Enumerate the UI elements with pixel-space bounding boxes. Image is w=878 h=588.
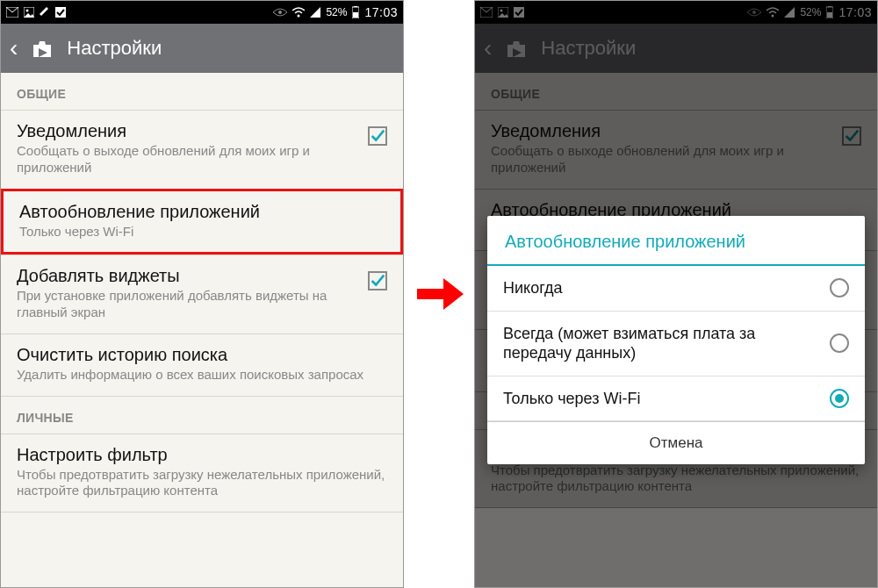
settings-content: ОБЩИЕ Уведомления Сообщать о выходе обно… xyxy=(1,73,403,513)
row-subtitle: При установке приложений добавлять видже… xyxy=(17,288,359,321)
modal-overlay[interactable]: Автообновление приложений Никогда Всегда… xyxy=(475,1,877,587)
option-wifi[interactable]: Только через Wi-Fi xyxy=(487,376,865,422)
arrow-right xyxy=(413,0,465,588)
pencil-icon xyxy=(40,7,50,18)
autoupdate-dialog: Автообновление приложений Никогда Всегда… xyxy=(487,216,865,464)
row-subtitle: Только через Wi-Fi xyxy=(19,224,385,240)
row-autoupdate[interactable]: Автообновление приложений Только через W… xyxy=(1,189,403,255)
section-general: ОБЩИЕ xyxy=(1,73,403,110)
phone-left: 52% 17:03 ‹ Настройки ОБЩИЕ Уведомления … xyxy=(0,0,404,588)
option-label: Всегда (может взиматься плата за передач… xyxy=(503,324,819,363)
radio-never[interactable] xyxy=(830,278,849,298)
checkbox-icon xyxy=(55,7,66,18)
row-subtitle: Чтобы предотвратить загрузку нежелательн… xyxy=(17,467,387,500)
statusbar-left xyxy=(6,7,66,18)
eye-icon xyxy=(273,8,287,17)
row-title: Настроить фильтр xyxy=(17,445,387,465)
section-personal: ЛИЧНЫЕ xyxy=(1,396,403,434)
row-widgets[interactable]: Добавлять виджеты При установке приложен… xyxy=(1,255,403,333)
row-subtitle: Удалить информацию о всех ваших поисковы… xyxy=(17,367,387,384)
checkbox-notifications[interactable] xyxy=(368,126,387,146)
svg-rect-8 xyxy=(353,12,358,18)
mail-icon xyxy=(6,7,18,18)
svg-point-4 xyxy=(278,11,282,14)
radio-always[interactable] xyxy=(830,333,849,353)
row-filter[interactable]: Настроить фильтр Чтобы предотвратить заг… xyxy=(1,434,403,513)
row-subtitle: Сообщать о выходе обновлений для моих иг… xyxy=(17,143,359,176)
option-label: Никогда xyxy=(503,278,819,298)
option-never[interactable]: Никогда xyxy=(487,266,865,312)
svg-rect-3 xyxy=(55,7,66,18)
page-title: Настройки xyxy=(67,37,162,60)
clock: 17:03 xyxy=(364,5,398,19)
row-title: Очистить историю поиска xyxy=(17,345,387,365)
signal-icon xyxy=(310,7,320,18)
option-always[interactable]: Всегда (может взиматься плата за передач… xyxy=(487,312,865,376)
option-label: Только через Wi-Fi xyxy=(503,389,819,409)
play-store-icon xyxy=(30,36,54,61)
radio-wifi[interactable] xyxy=(830,389,849,408)
row-title: Автообновление приложений xyxy=(19,202,385,222)
picture-icon xyxy=(24,7,34,18)
wifi-icon xyxy=(292,7,305,18)
dialog-title: Автообновление приложений xyxy=(487,216,865,266)
cancel-button[interactable]: Отмена xyxy=(487,421,865,464)
svg-point-5 xyxy=(298,15,300,18)
row-title: Добавлять виджеты xyxy=(17,266,359,286)
phone-right: 52% 17:03 ‹ Настройки ОБЩИЕ Уведомления … xyxy=(474,0,878,588)
checkbox-widgets[interactable] xyxy=(368,271,387,290)
appbar: ‹ Настройки xyxy=(1,24,403,73)
battery-percent: 52% xyxy=(326,6,347,18)
row-title: Уведомления xyxy=(17,121,359,141)
svg-rect-7 xyxy=(354,6,357,7)
svg-point-2 xyxy=(26,10,29,12)
row-notifications[interactable]: Уведомления Сообщать о выходе обновлений… xyxy=(1,110,403,189)
row-clear-history[interactable]: Очистить историю поиска Удалить информац… xyxy=(1,333,403,396)
statusbar-right: 52% 17:03 xyxy=(273,5,398,19)
battery-icon xyxy=(352,6,359,18)
statusbar: 52% 17:03 xyxy=(1,1,403,24)
back-icon[interactable]: ‹ xyxy=(10,36,18,61)
